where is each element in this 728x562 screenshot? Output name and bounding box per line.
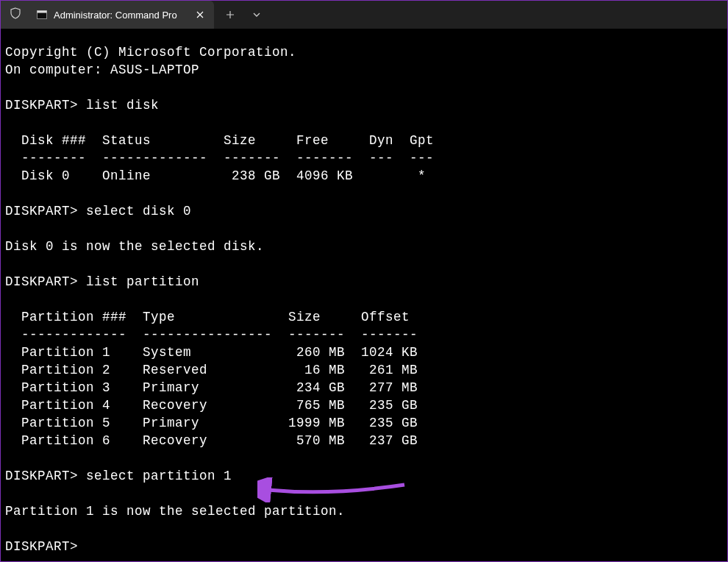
prompt: DISKPART> xyxy=(5,204,78,218)
svg-rect-1 xyxy=(38,11,47,13)
disk-table-row: Disk 0 Online 238 GB 4096 KB * xyxy=(5,168,426,183)
computer-line: On computer: ASUS-LAPTOP xyxy=(5,63,199,77)
partition-table-row: Partition 5 Primary 1999 MB 235 GB xyxy=(5,416,418,430)
terminal-icon xyxy=(36,9,48,21)
disk-table-header: Disk ### Status Size Free Dyn Gpt xyxy=(5,133,434,148)
cmd-select-partition: select partition 1 xyxy=(86,469,232,483)
terminal-output[interactable]: Copyright (C) Microsoft Corporation. On … xyxy=(1,29,727,560)
partition-selected-msg: Partition 1 is now the selected partitio… xyxy=(5,504,345,519)
tab-title: Administrator: Command Pro xyxy=(54,10,188,21)
cmd-list-disk: list disk xyxy=(86,98,159,113)
close-icon xyxy=(196,11,204,18)
copyright-line: Copyright (C) Microsoft Corporation. xyxy=(5,45,296,60)
tab-dropdown-button[interactable] xyxy=(243,1,270,29)
shield-icon xyxy=(10,7,21,23)
disk-table-divider: -------- ------------- ------- ------- -… xyxy=(5,151,434,166)
prompt: DISKPART> xyxy=(5,274,78,289)
chevron-down-icon xyxy=(253,13,260,17)
admin-shield-area xyxy=(1,1,30,29)
partition-table-row: Partition 6 Recovery 570 MB 237 GB xyxy=(5,433,418,448)
tab-active[interactable]: Administrator: Command Pro xyxy=(30,1,214,29)
tab-actions xyxy=(214,1,270,29)
partition-table-row: Partition 1 System 260 MB 1024 KB xyxy=(5,345,418,360)
partition-table-row: Partition 2 Reserved 16 MB 261 MB xyxy=(5,363,418,377)
partition-table-header: Partition ### Type Size Offset xyxy=(5,310,410,324)
partition-table-divider: ------------- ---------------- ------- -… xyxy=(5,327,418,342)
titlebar: Administrator: Command Pro xyxy=(1,1,727,29)
partition-table-row: Partition 4 Recovery 765 MB 235 GB xyxy=(5,398,418,413)
prompt: DISKPART> xyxy=(5,469,78,483)
prompt: DISKPART> xyxy=(5,98,78,113)
plus-icon xyxy=(226,10,235,19)
prompt: DISKPART> xyxy=(5,539,78,554)
cmd-select-disk: select disk 0 xyxy=(86,204,191,218)
disk-selected-msg: Disk 0 is now the selected disk. xyxy=(5,239,264,254)
partition-table-row: Partition 3 Primary 234 GB 277 MB xyxy=(5,380,418,395)
new-tab-button[interactable] xyxy=(217,1,243,29)
tab-close-button[interactable] xyxy=(193,8,207,21)
cmd-list-partition: list partition xyxy=(86,274,199,289)
